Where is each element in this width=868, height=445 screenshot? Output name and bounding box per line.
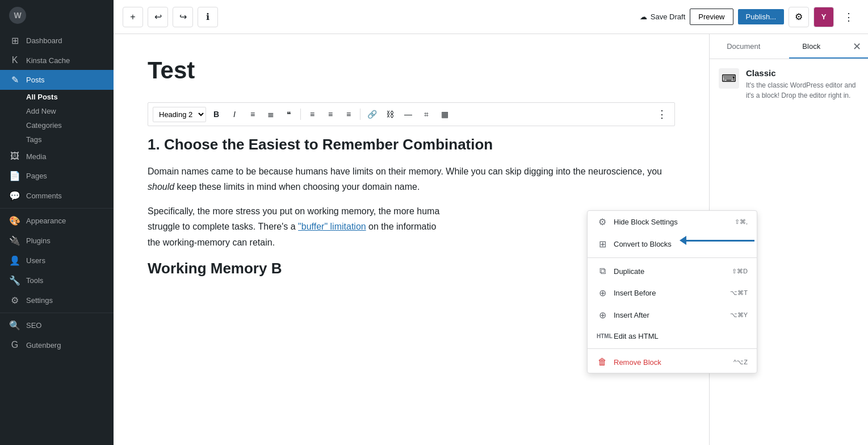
more-options-button[interactable]: ⋮	[838, 7, 859, 27]
align-center-icon: ≡	[328, 110, 333, 119]
submenu-tags[interactable]: Tags	[26, 132, 114, 147]
topbar-right: ☁ Save Draft Preview Publish... ⚙ Y ⋮	[640, 7, 859, 27]
heading-select[interactable]: Heading 2	[153, 107, 206, 122]
ctx-item-left: 🗑 Remove Block	[597, 357, 661, 367]
italic-label: I	[233, 110, 236, 119]
tab-block[interactable]: Block	[778, 34, 846, 59]
align-center-button[interactable]: ≡	[322, 106, 338, 122]
ctx-label: Hide Block Settings	[614, 218, 678, 226]
sidebar: W ⊞ Dashboard K Kinsta Cache ✎ Posts All…	[0, 0, 114, 445]
ctx-hide-block-settings[interactable]: ⚙ Hide Block Settings ⇧⌘,	[588, 211, 757, 233]
numbered-list-icon: ≣	[267, 110, 274, 119]
italic-button[interactable]: I	[227, 106, 242, 122]
preview-button[interactable]: Preview	[690, 9, 733, 25]
sidebar-item-label: Media	[26, 152, 46, 161]
redo-button[interactable]: ↪	[173, 7, 193, 27]
sidebar-item-dashboard[interactable]: ⊞ Dashboard	[0, 31, 114, 51]
posts-submenu: All Posts Add New Categories Tags	[0, 90, 114, 147]
sidebar-item-seo[interactable]: 🔍 SEO	[0, 315, 114, 335]
settings-button[interactable]: ⚙	[789, 7, 809, 27]
ctx-shortcut: ⇧⌘D	[732, 268, 748, 275]
gear-icon: ⚙	[795, 11, 803, 22]
submenu-add-new[interactable]: Add New	[26, 104, 114, 118]
link-icon: 🔗	[367, 110, 377, 119]
align-left-button[interactable]: ≡	[304, 106, 320, 122]
post-title[interactable]: Test	[148, 57, 675, 84]
info-icon: ℹ	[206, 11, 209, 22]
para1-text: Domain names came to be because humans h…	[148, 167, 662, 176]
users-icon: 👤	[9, 255, 20, 266]
ctx-item-left: ⊕ Insert Before	[597, 288, 656, 298]
classic-toolbar: Heading 2 B I ≡ ≣ ❝ ≡ ≡ ≡ 🔗 ⛓ — ⌗ ▦ ⋮	[148, 102, 675, 126]
context-menu: ⚙ Hide Block Settings ⇧⌘, ⊞ Convert to B…	[587, 210, 757, 373]
ctx-label: Remove Block	[614, 358, 661, 367]
ctx-remove-block[interactable]: 🗑 Remove Block ^⌥Z	[588, 351, 757, 373]
wp-icon: W	[9, 7, 26, 24]
sidebar-item-appearance[interactable]: 🎨 Appearance	[0, 211, 114, 231]
add-block-button[interactable]: +	[123, 7, 143, 27]
special-char-button[interactable]: ⌗	[418, 106, 434, 122]
ctx-divider-2	[588, 348, 757, 349]
tab-document[interactable]: Document	[710, 34, 778, 59]
arrow-indicator	[680, 236, 754, 245]
yoast-button[interactable]: Y	[814, 7, 834, 27]
ctx-insert-before[interactable]: ⊕ Insert Before ⌥⌘T	[588, 282, 757, 304]
toolbar-more-button[interactable]: ⋮	[654, 106, 670, 122]
para2-last: the working-memory can retain.	[148, 238, 275, 247]
hr-button[interactable]: —	[400, 106, 416, 122]
add-icon: +	[130, 12, 135, 22]
publish-button[interactable]: Publish...	[738, 9, 784, 24]
sidebar-item-gutenberg[interactable]: G Gutenberg	[0, 335, 114, 355]
sidebar-item-plugins[interactable]: 🔌 Plugins	[0, 231, 114, 251]
dashboard-icon: ⊞	[9, 35, 20, 46]
sidebar-item-posts[interactable]: ✎ Posts	[0, 70, 114, 90]
site-logo[interactable]: W	[0, 0, 114, 31]
hr-icon: —	[404, 110, 412, 119]
table-button[interactable]: ▦	[437, 106, 452, 122]
arrow-head	[680, 236, 686, 245]
info-button[interactable]: ℹ	[198, 7, 218, 27]
ctx-insert-after[interactable]: ⊕ Insert After ⌥⌘Y	[588, 304, 757, 326]
sidebar-item-label: Plugins	[26, 236, 51, 245]
section-heading-text: Working Memory B	[148, 260, 282, 277]
sidebar-item-settings[interactable]: ⚙ Settings	[0, 290, 114, 310]
sidebar-divider	[0, 208, 114, 209]
submenu-categories[interactable]: Categories	[26, 118, 114, 132]
special-char-icon: ⌗	[424, 110, 429, 119]
link-button[interactable]: 🔗	[364, 106, 380, 122]
sidebar-item-label: SEO	[26, 321, 41, 330]
sidebar-item-kinsta-cache[interactable]: K Kinsta Cache	[0, 51, 114, 70]
insert-after-icon: ⊕	[597, 310, 608, 321]
bullet-list-button[interactable]: ≡	[245, 106, 261, 122]
align-right-button[interactable]: ≡	[341, 106, 357, 122]
blockquote-button[interactable]: ❝	[281, 106, 297, 122]
unlink-button[interactable]: ⛓	[382, 106, 398, 122]
panel-close-button[interactable]: ✕	[845, 34, 868, 59]
bold-button[interactable]: B	[208, 106, 224, 122]
sidebar-item-users[interactable]: 👤 Users	[0, 251, 114, 271]
para2-start: Specifically, the more stress you put on…	[148, 206, 439, 216]
undo-icon: ↩	[154, 11, 162, 22]
save-draft-button[interactable]: ☁ Save Draft	[640, 13, 685, 21]
numbered-list-button[interactable]: ≣	[263, 106, 279, 122]
ctx-duplicate[interactable]: ⧉ Duplicate ⇧⌘D	[588, 260, 757, 282]
ctx-label: Convert to Blocks	[614, 240, 672, 248]
sidebar-item-pages[interactable]: 📄 Pages	[0, 166, 114, 186]
sidebar-item-tools[interactable]: 🔧 Tools	[0, 271, 114, 290]
submenu-all-posts[interactable]: All Posts	[26, 90, 114, 104]
ctx-item-left: ⧉ Duplicate	[597, 266, 644, 276]
sidebar-item-media[interactable]: 🖼 Media	[0, 147, 114, 166]
blocks-icon: ⊞	[597, 239, 608, 249]
trash-icon: 🗑	[597, 357, 608, 367]
buffer-link[interactable]: "buffer" limitation	[298, 222, 366, 231]
ctx-edit-as-html[interactable]: HTML Edit as HTML	[588, 326, 757, 346]
undo-button[interactable]: ↩	[148, 7, 168, 27]
ctx-item-left: ⊞ Convert to Blocks	[597, 239, 672, 249]
appearance-icon: 🎨	[9, 215, 20, 226]
para1-em: should	[148, 182, 174, 192]
toolbar-sep	[300, 109, 301, 120]
sidebar-item-label: Settings	[26, 296, 53, 305]
ctx-shortcut: ^⌥Z	[733, 359, 748, 366]
sidebar-item-comments[interactable]: 💬 Comments	[0, 186, 114, 206]
ctx-shortcut: ⇧⌘,	[735, 218, 748, 226]
